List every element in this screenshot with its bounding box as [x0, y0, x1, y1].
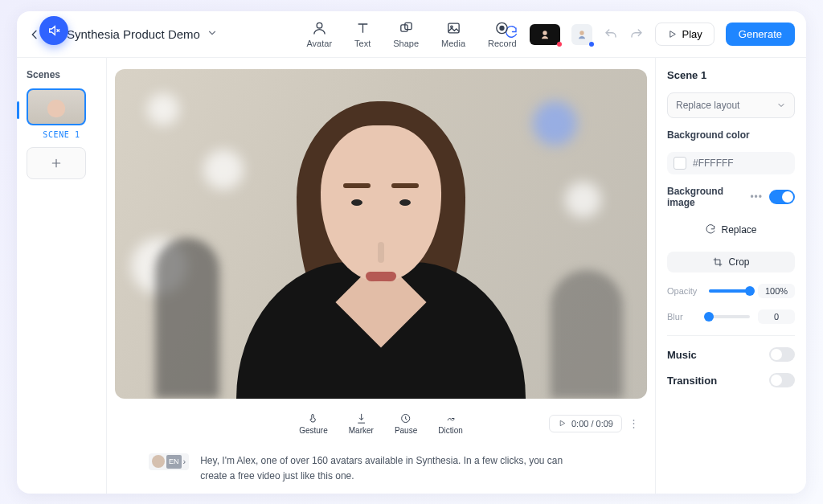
play-icon — [558, 419, 567, 428]
transition-label: Transition — [667, 375, 717, 387]
app-window: Synthesia Product Demo Avatar Text Shape… — [17, 11, 806, 494]
tool-shape[interactable]: Shape — [393, 20, 419, 48]
insert-tools: Avatar Text Shape Media Record — [306, 20, 516, 48]
status-dot-icon — [557, 42, 562, 47]
marker-icon — [355, 412, 367, 424]
script-row: EN › Hey, I'm Alex, one of over 160 avat… — [115, 447, 647, 487]
layout-select[interactable]: Replace layout — [667, 92, 795, 118]
avatar-picker-1[interactable] — [530, 24, 560, 45]
chevron-down-icon — [776, 100, 786, 110]
avatar-face-icon — [538, 28, 551, 41]
tool-avatar[interactable]: Avatar — [306, 20, 332, 48]
language-code: EN — [166, 455, 182, 468]
voice-language-picker[interactable]: EN › — [149, 453, 189, 471]
redo-button[interactable] — [629, 27, 644, 42]
status-dot-icon — [589, 42, 594, 47]
scene-thumbnail[interactable] — [27, 88, 86, 125]
script-tool-marker[interactable]: Marker — [349, 412, 374, 435]
transition-toggle[interactable] — [769, 373, 795, 387]
bokeh-light-icon — [147, 93, 179, 125]
script-tool-diction[interactable]: Diction — [438, 412, 463, 435]
properties-panel: Scene 1 Replace layout Background color … — [655, 58, 806, 494]
svg-rect-2 — [405, 23, 412, 29]
project-title-dropdown[interactable]: Synthesia Product Demo — [67, 27, 218, 41]
tool-text[interactable]: Text — [354, 20, 371, 48]
scene-item[interactable]: SCENE 1 — [27, 88, 96, 139]
generate-button[interactable]: Generate — [726, 23, 795, 46]
diction-icon — [444, 412, 457, 424]
play-icon — [667, 29, 678, 39]
chevron-down-icon — [207, 27, 218, 41]
add-scene-button[interactable] — [27, 147, 86, 179]
svg-point-7 — [543, 31, 547, 35]
avatar-thumbnail-icon — [47, 100, 65, 117]
gesture-icon — [307, 412, 319, 424]
playback-time[interactable]: 0:00 / 0:09 — [549, 415, 622, 432]
color-swatch-icon — [674, 157, 686, 170]
script-toolbar: Gesture Marker Pause Diction — [115, 405, 647, 440]
speaker-muted-icon — [47, 24, 60, 37]
tool-media[interactable]: Media — [441, 20, 465, 48]
script-text[interactable]: Hey, I'm Alex, one of over 160 avatars a… — [200, 453, 570, 484]
script-tool-gesture[interactable]: Gesture — [299, 412, 328, 435]
bokeh-light-icon — [533, 101, 577, 145]
voice-avatar-icon — [152, 455, 165, 468]
right-actions: Play Generate — [504, 23, 796, 46]
text-icon — [354, 20, 371, 36]
assist-bubble[interactable] — [39, 16, 68, 45]
replace-icon — [705, 224, 716, 236]
scenes-panel: Scenes SCENE 1 — [17, 58, 107, 494]
bg-color-input[interactable]: #FFFFFF — [667, 152, 795, 174]
project-title: Synthesia Product Demo — [67, 27, 200, 41]
bg-image-more[interactable]: ••• — [750, 191, 763, 203]
scene-label: SCENE 1 — [27, 130, 96, 139]
undo-icon — [604, 27, 618, 42]
svg-point-0 — [317, 23, 322, 28]
bg-image-toggle[interactable] — [769, 190, 795, 204]
properties-title: Scene 1 — [667, 69, 795, 81]
undo-button[interactable] — [604, 27, 618, 42]
background-figure-icon — [551, 270, 623, 399]
music-label: Music — [667, 349, 697, 361]
redo-icon — [629, 27, 644, 42]
top-toolbar: Synthesia Product Demo Avatar Text Shape… — [17, 11, 806, 58]
replace-bg-button[interactable]: Replace — [667, 219, 795, 240]
script-tool-pause[interactable]: Pause — [395, 412, 417, 435]
svg-point-6 — [500, 27, 504, 31]
scenes-heading: Scenes — [27, 69, 96, 80]
avatar-picker-2[interactable] — [571, 24, 592, 45]
opacity-slider[interactable]: Opacity 100% — [667, 284, 795, 298]
chevron-right-icon: › — [183, 455, 186, 469]
main-row: Scenes SCENE 1 — [17, 58, 806, 494]
record-icon — [494, 20, 510, 36]
avatar-face-icon — [575, 28, 588, 41]
canvas-column: Gesture Marker Pause Diction — [107, 58, 655, 494]
bokeh-light-icon — [565, 182, 601, 218]
svg-point-8 — [579, 31, 583, 35]
bg-color-label: Background color — [667, 129, 795, 141]
avatar-figure — [227, 85, 535, 398]
background-figure-icon — [155, 238, 219, 399]
play-button[interactable]: Play — [655, 23, 714, 46]
bg-image-label: Background image — [667, 186, 750, 208]
svg-rect-3 — [448, 23, 458, 33]
pause-clock-icon — [400, 412, 412, 424]
avatar-icon — [311, 20, 327, 36]
media-icon — [445, 20, 461, 36]
shape-icon — [398, 20, 414, 36]
crop-bg-button[interactable]: Crop — [667, 252, 795, 272]
plus-icon — [50, 157, 63, 170]
video-canvas[interactable] — [115, 69, 647, 399]
blur-slider[interactable]: Blur 0 — [667, 309, 795, 324]
svg-rect-1 — [401, 25, 407, 31]
script-more-menu[interactable]: ⋮ — [629, 417, 639, 429]
crop-icon — [712, 256, 723, 268]
music-toggle[interactable] — [769, 347, 795, 362]
tool-record[interactable]: Record — [488, 20, 516, 48]
